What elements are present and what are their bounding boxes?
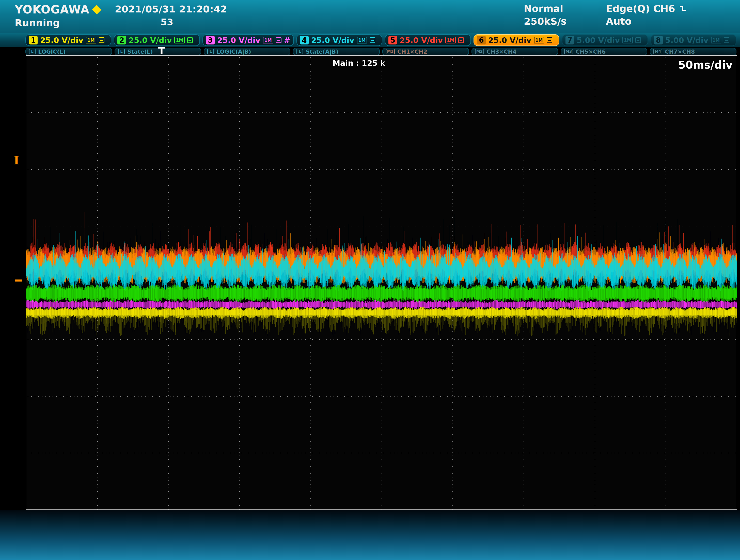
tab-label: CH3×CH4 (486, 49, 517, 55)
channel-5-coupling-icon (458, 37, 464, 43)
channel-7-number: 7 (565, 36, 574, 44)
channel-1-coupling-icon (99, 37, 104, 43)
channel-1-number: 1 (29, 36, 37, 44)
tab-math-m1[interactable]: M1 CH1×CH2 (382, 48, 469, 56)
channel-1-impedance-badge: 1M (86, 37, 96, 43)
channel-4-pill[interactable]: 4 25.0 V/div 1M (296, 34, 382, 46)
channel-3-number: 3 (206, 36, 215, 44)
tab-label: CH1×CH2 (397, 49, 427, 55)
channel-6-coupling-icon (547, 37, 552, 43)
channel-bar: 1 25.0 V/div 1M 2 25.0 V/div 1M 3 25.0 V… (0, 33, 740, 47)
channel-3-scale: 25.0 V/div (217, 36, 260, 45)
ch6-ground-level-marker[interactable] (15, 279, 22, 282)
channel-5-number: 5 (388, 36, 397, 44)
logic-math-bar: L LOGIC(L) L State(L) L LOGIC(A|B) L Sta… (0, 48, 740, 56)
tab-math-m4[interactable]: M4 CH7×CH8 (650, 48, 736, 56)
tab-math-m2[interactable]: M2 CH3×CH4 (471, 48, 558, 56)
acquisition-count: 53 (161, 17, 173, 27)
channel-6-pill[interactable]: 6 25.0 V/div 1M (473, 34, 559, 46)
channel-6-scale: 25.0 V/div (488, 36, 532, 45)
oscilloscope-screen: { "header": { "brand": "YOKOGAWA", "stat… (0, 0, 740, 560)
trigger-position-marker[interactable]: T (156, 45, 168, 57)
channel-8-pill[interactable]: 8 5.00 V/div 1M (651, 34, 736, 46)
channel-7-impedance-badge: 1M (622, 37, 633, 43)
channel-4-coupling-icon (370, 37, 375, 43)
math-channel-icon: M3 (564, 49, 573, 55)
channel-4-scale: 25.0 V/div (311, 36, 354, 45)
channel-8-number: 8 (654, 36, 663, 44)
tab-math-m3[interactable]: M3 CH5×CH6 (561, 48, 647, 56)
brand-text: YOKOGAWA (15, 3, 89, 16)
waveform-canvas (26, 56, 737, 509)
channel-2-scale: 25.0 V/div (128, 36, 172, 45)
channel-5-impedance-badge: 1M (445, 37, 456, 43)
channel-7-scale: 5.00 V/div (577, 36, 620, 45)
acquisition-mode[interactable]: Normal (524, 3, 563, 14)
tab-label: CH5×CH6 (576, 49, 606, 55)
channel-6-impedance-badge: 1M (534, 37, 544, 43)
channel-3-pill[interactable]: 3 25.0 V/div 1M # (202, 34, 294, 46)
channel-3-offset-indicator: # (284, 36, 290, 45)
trigger-mode[interactable]: Auto (606, 16, 632, 27)
logic-group-icon: L (207, 49, 214, 55)
timebase-readout: 50ms/div (678, 59, 733, 71)
tab-label: State(L) (127, 49, 153, 55)
trigger-settings[interactable]: Edge(Q) CH6 (606, 3, 687, 14)
logic-group-icon: L (296, 49, 303, 55)
tab-label: LOGIC(L) (38, 49, 66, 55)
brand-logo: YOKOGAWA (15, 3, 100, 16)
tab-logic-l[interactable]: L LOGIC(L) (25, 48, 112, 56)
math-channel-icon: M1 (386, 49, 395, 55)
channel-2-number: 2 (117, 36, 126, 44)
datetime-readout: 2021/05/31 21:20:42 (115, 4, 227, 15)
channel-2-pill[interactable]: 2 25.0 V/div 1M (114, 34, 200, 46)
waveform-display-area: Main : 125 k 50ms/div (26, 55, 737, 510)
top-status-bar: YOKOGAWA Running 2021/05/31 21:20:42 53 … (0, 0, 740, 33)
channel-3-impedance-badge: 1M (263, 37, 273, 43)
trigger-level-marker[interactable]: I (14, 155, 19, 166)
trigger-type-label: Edge(Q) CH6 (606, 3, 675, 14)
channel-6-number: 6 (477, 36, 486, 44)
trigger-slope-icon (679, 4, 687, 13)
channel-4-number: 4 (300, 36, 309, 44)
channel-7-coupling-icon (635, 37, 641, 43)
channel-1-scale: 25.0 V/div (40, 36, 83, 45)
channel-8-coupling-icon (724, 37, 729, 43)
channel-8-scale: 5.00 V/div (665, 36, 709, 45)
sample-rate-readout: 250kS/s (524, 16, 566, 27)
logic-group-icon: L (118, 49, 125, 55)
tab-label: State(A|B) (306, 49, 338, 55)
tab-state-ab[interactable]: L State(A|B) (293, 48, 379, 56)
channel-4-impedance-badge: 1M (357, 37, 367, 43)
math-channel-icon: M4 (653, 49, 662, 55)
acquisition-status: Running (15, 17, 60, 28)
record-length-label: Main : 125 k (321, 59, 397, 68)
channel-2-coupling-icon (187, 37, 193, 43)
channel-5-scale: 25.0 V/div (399, 36, 443, 45)
yokogawa-diamond-icon (92, 5, 102, 14)
channel-1-pill[interactable]: 1 25.0 V/div 1M (25, 34, 111, 46)
bottom-menu-bar (0, 510, 740, 560)
channel-2-impedance-badge: 1M (174, 37, 185, 43)
tab-logic-ab[interactable]: L LOGIC(A|B) (204, 48, 290, 56)
tab-label: LOGIC(A|B) (216, 49, 251, 55)
logic-group-icon: L (29, 49, 35, 55)
channel-3-coupling-icon (276, 37, 281, 43)
tab-label: CH7×CH8 (665, 49, 695, 55)
channel-7-pill[interactable]: 7 5.00 V/div 1M (562, 34, 648, 46)
channel-5-pill[interactable]: 5 25.0 V/div 1M (385, 34, 471, 46)
channel-8-impedance-badge: 1M (711, 37, 722, 43)
math-channel-icon: M2 (475, 49, 484, 55)
